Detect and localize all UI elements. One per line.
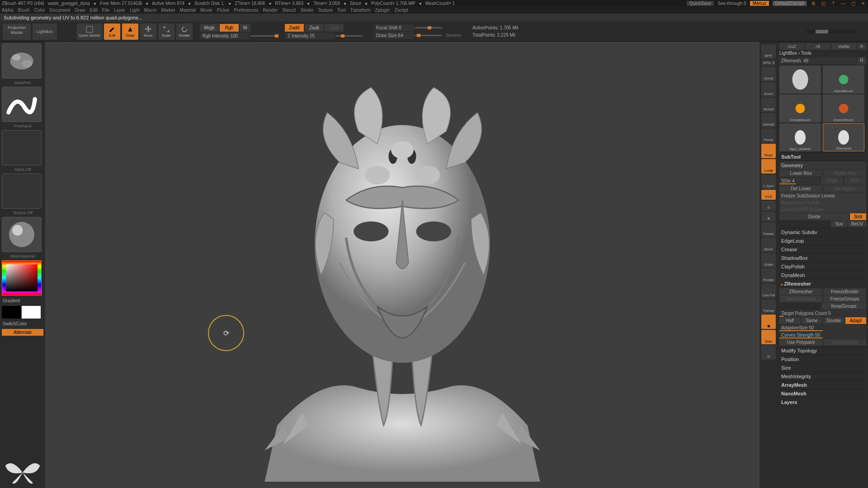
freezeborder-button[interactable]: FreezeBorder: [823, 288, 866, 295]
menu-item[interactable]: Render: [263, 8, 278, 13]
history-scrubber[interactable]: [807, 30, 856, 33]
dynamesh-section[interactable]: DynaMesh: [779, 271, 866, 279]
move-button[interactable]: Move: [140, 23, 156, 40]
shadowbox-section[interactable]: ShadowBox: [779, 253, 866, 262]
layers-section[interactable]: Layers: [779, 398, 866, 406]
position-section[interactable]: Position: [779, 355, 866, 363]
tool-thumb[interactable]: EraserBrush: [823, 94, 864, 122]
canvas-viewport[interactable]: [45, 42, 760, 488]
rstr-button[interactable]: Rstr: [844, 177, 866, 185]
menu-item[interactable]: Stroke: [300, 8, 313, 13]
freezegroups-button[interactable]: FreezeGroups: [823, 296, 866, 302]
same-button[interactable]: Same: [802, 317, 823, 324]
claypolish-section[interactable]: ClayPolish: [779, 262, 866, 271]
pin-button[interactable]: ⊞: [810, 1, 816, 6]
rotate-nav-button[interactable]: Rotate: [761, 268, 776, 283]
edgeloop-section[interactable]: EdgeLoop: [779, 236, 866, 245]
draw-size-slider[interactable]: Draw Size 64: [373, 32, 414, 39]
menu-item[interactable]: File: [102, 8, 109, 13]
crease-section[interactable]: Crease: [779, 245, 866, 253]
subtool-section[interactable]: SubTool: [779, 152, 866, 161]
close-button[interactable]: ✕: [860, 1, 866, 6]
quicksave-button[interactable]: QuickSave: [687, 1, 714, 6]
secondary-color-swatch[interactable]: [2, 306, 21, 319]
smt-button[interactable]: Smt: [850, 213, 866, 220]
dynamic-subdiv-section[interactable]: Dynamic Subdiv: [779, 228, 866, 236]
color-picker[interactable]: [2, 260, 42, 296]
goz-button[interactable]: GoZ: [779, 43, 804, 50]
nav-button-orange[interactable]: ◉: [761, 314, 776, 329]
z-intensity-slider[interactable]: Z Intensity 25: [285, 33, 335, 39]
menu-item[interactable]: Light: [130, 8, 140, 13]
spix-slider[interactable]: SPix 3: [761, 60, 776, 66]
actual-button[interactable]: Actual: [761, 98, 776, 112]
zremesher-button[interactable]: ZRemesher: [779, 288, 822, 295]
meshintegrity-section[interactable]: MeshIntegrity: [779, 372, 866, 380]
bpr-button[interactable]: BPR: [761, 44, 776, 59]
menu-item[interactable]: Zscript: [394, 8, 408, 13]
r-button[interactable]: R: [857, 57, 866, 65]
modify-topology-section[interactable]: Modify Topology: [779, 346, 866, 355]
rotate-button[interactable]: Rotate: [176, 23, 193, 40]
scale-button[interactable]: Scale: [158, 23, 175, 40]
zscript-button[interactable]: DefaultZScript: [773, 1, 807, 6]
curves-strength-slider[interactable]: Curves Strength 50: [779, 332, 866, 338]
target-polycount-slider[interactable]: Target Polygons Count 5: [779, 310, 866, 317]
scale-nav-button[interactable]: Scale: [761, 253, 776, 267]
nav-button[interactable]: ⊕: [761, 211, 776, 221]
local-button[interactable]: Local: [761, 159, 776, 174]
switchcolor-button[interactable]: SwitchColor: [2, 320, 43, 327]
colordensity-button[interactable]: ColorDensity: [823, 339, 866, 346]
reconstruct-button[interactable]: Reconstruct Subdiv: [779, 199, 866, 206]
menu-item[interactable]: Alpha: [2, 8, 14, 13]
higher-res-button[interactable]: Higher Res: [823, 170, 866, 177]
menu-item[interactable]: Edit: [90, 8, 98, 13]
gradient-label[interactable]: Gradient: [2, 297, 43, 304]
double-button[interactable]: Double: [823, 317, 844, 324]
del-lower-button[interactable]: Del Lower: [779, 185, 822, 192]
menu-item[interactable]: Draw: [75, 8, 85, 13]
tool-thumb-active[interactable]: ZRemesh: [823, 123, 864, 151]
material-thumb[interactable]: [2, 217, 42, 252]
adaptivesize-slider[interactable]: AdaptiveSize 50: [779, 324, 866, 331]
rgb-intensity-slider[interactable]: Rgb Intensity 100: [200, 33, 250, 39]
projection-master-button[interactable]: Projection Master: [3, 23, 31, 40]
lower-res-button[interactable]: Lower Res: [779, 170, 822, 177]
menu-item[interactable]: Stencil: [282, 8, 296, 13]
help-button[interactable]: ?: [830, 1, 836, 6]
menu-item[interactable]: Picker: [217, 8, 230, 13]
tool-thumb[interactable]: [779, 66, 821, 94]
menu-item[interactable]: Brush: [18, 8, 30, 13]
adapt-button[interactable]: Adapt: [845, 317, 867, 324]
menu-item[interactable]: Marker: [161, 8, 175, 13]
floor-button[interactable]: Floor: [761, 144, 776, 158]
del-higher-button[interactable]: Del Higher: [823, 185, 866, 192]
linefill-button[interactable]: Line Fill: [761, 284, 776, 298]
menu-item[interactable]: Transform: [350, 8, 370, 13]
tool-thumb[interactable]: SimpleBrush: [779, 94, 821, 122]
zadd-button[interactable]: Zadd: [285, 24, 304, 32]
alternate-button[interactable]: Alternate: [2, 329, 43, 336]
suv-button[interactable]: Suv: [831, 221, 847, 227]
primary-color-swatch[interactable]: [22, 306, 41, 319]
zremesher-section[interactable]: ZRemesher: [779, 279, 866, 288]
edit-button[interactable]: Edit: [104, 23, 120, 40]
tool-thumb[interactable]: figur_remesh: [779, 123, 821, 151]
nav-button[interactable]: ⊙: [761, 201, 776, 211]
goz-all-button[interactable]: All: [805, 43, 830, 50]
divide-button[interactable]: Divide: [779, 213, 849, 220]
freeze-subdiv-button[interactable]: Freeze SubDivision Levels: [779, 192, 866, 199]
sdiv-slider[interactable]: SDiv 4: [779, 178, 820, 184]
stroke-thumb[interactable]: [2, 87, 42, 122]
cage-button[interactable]: Cage: [821, 177, 843, 185]
menu-item[interactable]: Document: [50, 8, 71, 13]
zsub-button[interactable]: Zsub: [305, 24, 324, 32]
zoom-button[interactable]: Zoom: [761, 82, 776, 97]
quicksketch-button[interactable]: Quick Sketch: [77, 23, 102, 40]
solo-button[interactable]: Solo: [761, 330, 776, 344]
scroll-button[interactable]: Scroll: [761, 67, 776, 81]
lightbox-button[interactable]: LightBox: [33, 23, 57, 40]
mrgb-button[interactable]: Mrgb: [200, 24, 219, 32]
nav-button[interactable]: ⊡: [761, 345, 776, 360]
persp-button[interactable]: Persp: [761, 128, 776, 143]
